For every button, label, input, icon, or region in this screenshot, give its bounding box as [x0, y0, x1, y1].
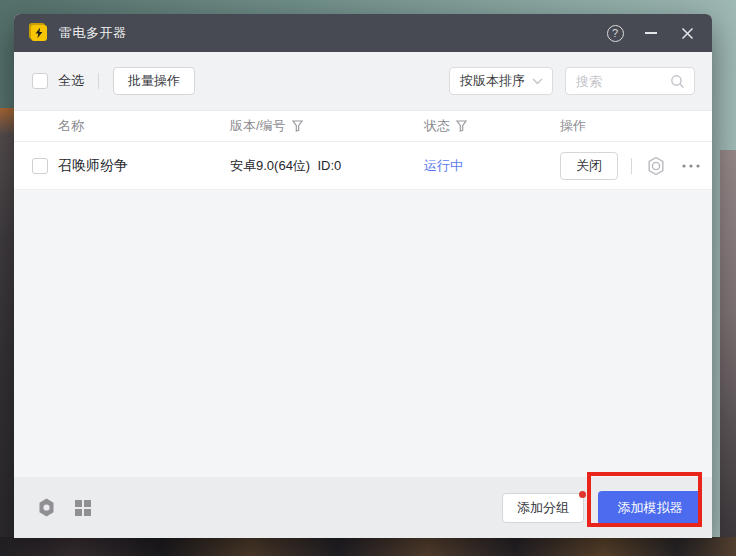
add-emulator-button[interactable]: 添加模拟器: [598, 491, 702, 525]
column-header-status: 状态: [424, 117, 560, 135]
search-box: [565, 67, 695, 95]
column-header-name: 名称: [58, 117, 230, 135]
bottom-bar: 添加分组 添加模拟器: [14, 477, 712, 538]
table-header: 名称 版本/编号 状态 操作: [14, 110, 712, 142]
wallpaper-mountain-bottom: [0, 537, 736, 556]
app-window: 雷电多开器 ? 全选 批量操作 按版本排序: [14, 14, 712, 538]
row-checkbox[interactable]: [32, 158, 48, 174]
toolbar-divider: [98, 73, 99, 89]
filter-funnel-icon[interactable]: [292, 120, 303, 132]
column-header-operations: 操作: [560, 117, 712, 135]
minimize-button[interactable]: [636, 19, 666, 47]
emulator-name: 召唤师纷争: [58, 157, 230, 175]
filter-funnel-icon[interactable]: [456, 120, 467, 132]
close-icon: [681, 27, 694, 40]
operations-divider: [631, 158, 632, 174]
search-icon[interactable]: [670, 74, 685, 89]
toolbar: 全选 批量操作 按版本排序: [14, 52, 712, 110]
close-button[interactable]: [672, 19, 702, 47]
help-icon: ?: [607, 25, 624, 42]
grid-view-icon[interactable]: [74, 499, 92, 517]
empty-list-area: [14, 190, 712, 477]
titlebar: 雷电多开器 ?: [14, 14, 712, 52]
add-group-button[interactable]: 添加分组: [502, 493, 584, 523]
search-input[interactable]: [576, 74, 670, 89]
chevron-down-icon: [532, 78, 543, 85]
more-options-icon[interactable]: [681, 163, 701, 169]
batch-operations-button[interactable]: 批量操作: [113, 67, 195, 95]
global-settings-gear-icon[interactable]: [36, 497, 57, 518]
stop-emulator-button[interactable]: 关闭: [560, 152, 618, 180]
app-logo-icon: [28, 23, 49, 43]
status-badge: 运行中: [424, 157, 560, 175]
help-button[interactable]: ?: [600, 19, 630, 47]
wallpaper-mountain-left: [0, 108, 15, 556]
sort-dropdown[interactable]: 按版本排序: [449, 67, 553, 95]
minimize-icon: [645, 32, 657, 34]
column-header-version: 版本/编号: [230, 117, 424, 135]
emulator-version: 安卓9.0(64位) ID:0: [230, 157, 424, 175]
row-operations: 关闭: [560, 152, 712, 180]
window-title: 雷电多开器: [59, 24, 127, 42]
table-row: 召唤师纷争 安卓9.0(64位) ID:0 运行中 关闭: [14, 142, 712, 190]
select-all-label: 全选: [58, 72, 84, 90]
sort-dropdown-value: 按版本排序: [460, 72, 525, 90]
notification-dot: [579, 491, 586, 498]
row-settings-gear-icon[interactable]: [645, 155, 667, 177]
wallpaper-mountain-right: [720, 150, 736, 556]
lightning-bolt-icon: [34, 27, 44, 39]
select-all-checkbox[interactable]: [32, 73, 48, 89]
